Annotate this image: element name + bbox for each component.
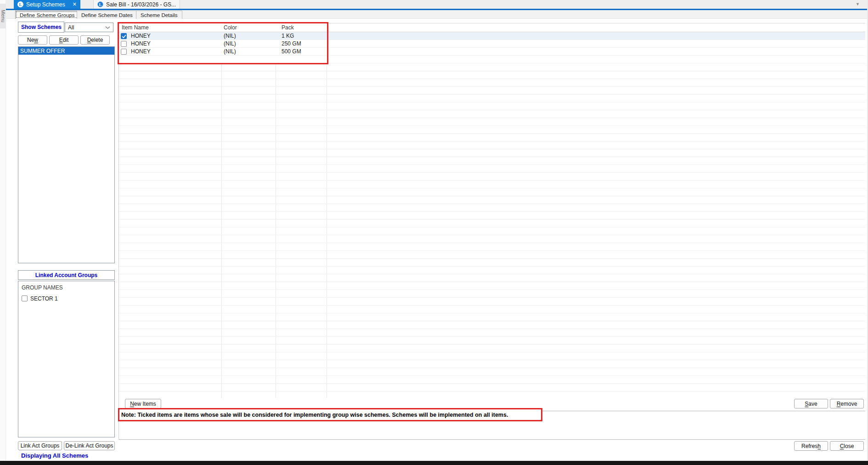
status-text: Displaying All Schemes <box>21 452 88 459</box>
linked-account-groups-label: Linked Account Groups <box>35 272 98 278</box>
cell-pack: 250 GM <box>282 40 301 47</box>
tab-label: Setup Schemes <box>26 1 65 8</box>
show-schemes-label-box: Show Schemes <box>18 22 64 33</box>
items-table-rows: HONEY(NIL)1 KGHONEY(NIL)250 GMHONEY(NIL)… <box>118 32 865 63</box>
row-checkbox[interactable] <box>121 41 127 47</box>
scheme-list-item[interactable]: SUMMER OFFER <box>18 47 114 55</box>
check-icon <box>122 34 126 38</box>
tab-sale-bill[interactable]: L Sale Bill - 16/03/2026 - GS... <box>93 0 180 9</box>
edit-button[interactable]: Edit <box>49 35 79 45</box>
table-row-empty <box>118 56 865 63</box>
scheme-filter-value: All <box>68 24 74 31</box>
menu-flyout-tab[interactable]: Menu <box>0 4 6 28</box>
refresh-button[interactable]: Refresh <box>794 441 828 451</box>
account-groups-rows: SECTOR 1 <box>22 295 114 302</box>
separator <box>118 439 865 440</box>
scheme-list[interactable]: SUMMER OFFER <box>18 46 115 263</box>
cell-item-name: HONEY <box>131 40 151 47</box>
link-act-groups-button[interactable]: Link Act Groups <box>18 441 62 450</box>
table-row[interactable]: HONEY(NIL)1 KG <box>118 32 865 40</box>
scheme-subtabs: Define Scheme Groups Define Scheme Dates… <box>6 10 868 19</box>
row-checkbox[interactable] <box>121 49 127 55</box>
items-table-header: Item Name Color Pack <box>118 23 865 32</box>
new-button[interactable]: New <box>18 35 47 45</box>
row-checkbox[interactable] <box>121 33 127 39</box>
account-group-row[interactable]: SECTOR 1 <box>22 295 114 302</box>
close-button[interactable]: Close <box>830 441 864 451</box>
cell-item-name: HONEY <box>131 48 151 55</box>
document-tabbar: L Setup Schemes ✕ L Sale Bill - 16/03/20… <box>6 0 868 9</box>
tab-overflow-chevron-icon[interactable]: ▼ <box>856 2 860 6</box>
tab-label: Sale Bill - 16/03/2026 - GS... <box>106 1 176 8</box>
taskbar-strip <box>0 461 868 465</box>
app-logo-icon: L <box>97 1 103 7</box>
menu-rail: Menu <box>0 0 6 465</box>
separator <box>118 411 865 411</box>
cell-pack: 1 KG <box>282 33 294 39</box>
cell-color: (NIL) <box>224 33 236 39</box>
cell-color: (NIL) <box>224 40 236 47</box>
cell-color: (NIL) <box>224 48 236 55</box>
close-tab-icon[interactable]: ✕ <box>73 1 77 7</box>
delink-act-groups-button[interactable]: De-Link Act Groups <box>64 441 115 450</box>
delete-button[interactable]: Delete <box>80 35 110 45</box>
table-row[interactable]: HONEY(NIL)500 GM <box>118 48 865 56</box>
account-group-label: SECTOR 1 <box>30 295 58 302</box>
empty-grid-rows <box>119 63 865 398</box>
save-button[interactable]: Save <box>794 399 828 408</box>
column-header-item-name[interactable]: Item Name <box>122 24 149 31</box>
column-header-pack[interactable]: Pack <box>282 24 294 31</box>
column-header-color[interactable]: Color <box>224 24 237 31</box>
show-schemes-label: Show Schemes <box>21 24 62 30</box>
note-banner: Note: Ticked items are items whose sale … <box>118 408 542 421</box>
tab-scheme-details[interactable]: Scheme Details <box>136 11 182 19</box>
tab-setup-schemes[interactable]: L Setup Schemes ✕ <box>14 0 80 9</box>
app-logo-icon: L <box>17 1 23 7</box>
cell-item-name: HONEY <box>131 33 151 39</box>
new-items-button[interactable]: New Items <box>125 399 161 408</box>
tab-define-scheme-dates[interactable]: Define Scheme Dates <box>77 11 137 19</box>
note-text: Note: Ticked items are items whose sale … <box>121 412 508 418</box>
tab-define-scheme-groups[interactable]: Define Scheme Groups <box>15 11 79 19</box>
chevron-down-icon <box>105 26 110 29</box>
cell-pack: 500 GM <box>282 48 301 55</box>
group-names-column-header: GROUP NAMES <box>22 284 114 291</box>
table-row[interactable]: HONEY(NIL)250 GM <box>118 40 865 48</box>
remove-button[interactable]: Remove <box>830 399 864 408</box>
linked-account-groups-header: Linked Account Groups <box>18 270 115 280</box>
account-groups-list: GROUP NAMES SECTOR 1 <box>18 281 115 437</box>
checkbox[interactable] <box>22 295 28 301</box>
scheme-filter-dropdown[interactable]: All <box>65 23 113 32</box>
